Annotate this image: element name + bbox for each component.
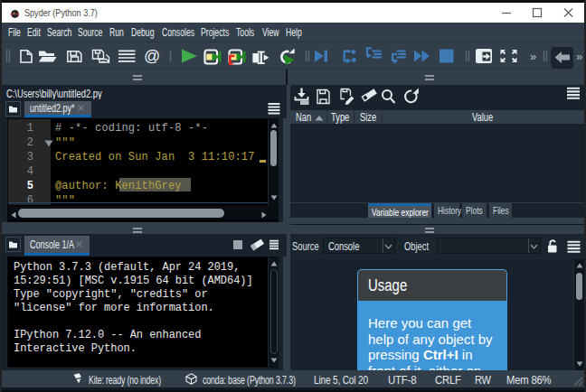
svg-text:»: »: [530, 50, 536, 63]
svg-text:»: »: [576, 50, 582, 63]
svg-text:@: @: [144, 47, 160, 65]
